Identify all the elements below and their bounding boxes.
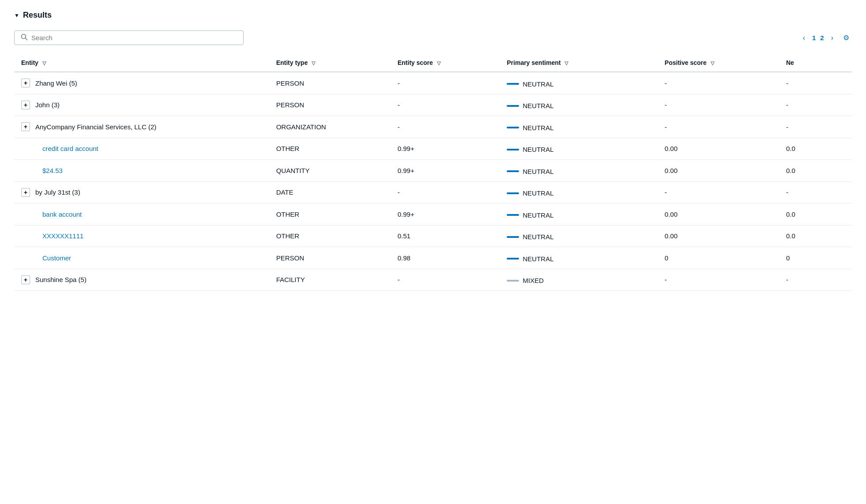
sentiment-label: NEUTRAL <box>523 168 553 175</box>
entity-type-sort-icon: ▽ <box>312 60 315 66</box>
entity-cell: bank account <box>14 203 269 226</box>
mixed-sentiment-bar <box>507 280 519 282</box>
negative-score-cell: - <box>779 116 852 138</box>
expand-button[interactable]: + <box>21 79 30 87</box>
search-icon <box>21 34 28 42</box>
entity-cell: XXXXXX1111 <box>14 225 269 247</box>
entity-cell: +John (3) <box>14 94 269 116</box>
entity-link[interactable]: XXXXXX1111 <box>42 232 83 240</box>
entity-sort-icon: ▽ <box>42 60 46 66</box>
entity-score-cell: 0.99+ <box>391 138 500 160</box>
positive-score-cell: 0.00 <box>658 160 779 182</box>
table-row: +AnyCompany Financial Services, LLC (2)O… <box>14 116 852 138</box>
table-row: +Zhang Wei (5)PERSON-NEUTRAL-- <box>14 72 852 94</box>
entity-type-cell: FACILITY <box>269 269 391 291</box>
negative-score-cell: 0.0 <box>779 138 852 160</box>
table-row: credit card accountOTHER0.99+NEUTRAL0.00… <box>14 138 852 160</box>
primary-sentiment-cell: MIXED <box>500 269 658 291</box>
negative-score-cell: 0 <box>779 247 852 269</box>
positive-score-cell: - <box>658 72 779 94</box>
negative-score-cell: - <box>779 72 852 94</box>
entity-link[interactable]: Customer <box>42 254 71 262</box>
entity-cell: Customer <box>14 247 269 269</box>
table-row: CustomerPERSON0.98NEUTRAL00 <box>14 247 852 269</box>
results-header: ▼ Results <box>14 11 852 20</box>
primary-sentiment-cell: NEUTRAL <box>500 116 658 138</box>
negative-score-cell: - <box>779 181 852 203</box>
entity-link[interactable]: $24.53 <box>42 167 63 174</box>
entity-score-cell: - <box>391 94 500 116</box>
results-title: Results <box>23 11 52 20</box>
page-2-button[interactable]: 2 <box>820 34 824 41</box>
sentiment-label: NEUTRAL <box>523 233 553 241</box>
search-input[interactable] <box>31 34 237 41</box>
prev-page-button[interactable]: ‹ <box>800 32 808 44</box>
sentiment-label: MIXED <box>523 277 544 284</box>
table-header-row: Entity ▽ Entity type ▽ Entity score ▽ Pr… <box>14 54 852 72</box>
table-row: XXXXXX1111OTHER0.51NEUTRAL0.000.0 <box>14 225 852 247</box>
neutral-sentiment-bar <box>507 105 519 107</box>
primary-sentiment-cell: NEUTRAL <box>500 160 658 182</box>
expand-button[interactable]: + <box>21 101 30 109</box>
entity-link[interactable]: credit card account <box>42 145 98 152</box>
settings-button[interactable]: ⚙ <box>840 32 852 44</box>
negative-score-cell: 0.0 <box>779 160 852 182</box>
entity-name: Zhang Wei (5) <box>35 79 77 87</box>
table-row: $24.53QUANTITY0.99+NEUTRAL0.000.0 <box>14 160 852 182</box>
entity-type-cell: DATE <box>269 181 391 203</box>
primary-sentiment-cell: NEUTRAL <box>500 225 658 247</box>
expand-button[interactable]: + <box>21 122 30 131</box>
table-row: bank accountOTHER0.99+NEUTRAL0.000.0 <box>14 203 852 226</box>
sentiment-label: NEUTRAL <box>523 80 553 88</box>
neutral-sentiment-bar <box>507 236 519 238</box>
table-row: +John (3)PERSON-NEUTRAL-- <box>14 94 852 116</box>
neutral-sentiment-bar <box>507 192 519 194</box>
expand-button[interactable]: + <box>21 188 30 197</box>
primary-sentiment-cell: NEUTRAL <box>500 72 658 94</box>
primary-sentiment-cell: NEUTRAL <box>500 138 658 160</box>
pagination: ‹ 1 2 › ⚙ <box>800 32 852 44</box>
collapse-icon[interactable]: ▼ <box>14 12 19 19</box>
entity-score-column-header[interactable]: Entity score ▽ <box>391 54 500 72</box>
results-table: Entity ▽ Entity type ▽ Entity score ▽ Pr… <box>14 54 852 291</box>
next-page-button[interactable]: › <box>828 32 836 44</box>
entity-name: Sunshine Spa (5) <box>35 276 87 283</box>
entity-type-cell: PERSON <box>269 94 391 116</box>
toolbar: ‹ 1 2 › ⚙ <box>14 30 852 45</box>
entity-type-cell: OTHER <box>269 203 391 226</box>
sentiment-label: NEUTRAL <box>523 255 553 263</box>
entity-column-header[interactable]: Entity ▽ <box>14 54 269 72</box>
svg-line-1 <box>26 38 27 40</box>
positive-score-cell: 0.00 <box>658 203 779 226</box>
entity-type-cell: OTHER <box>269 138 391 160</box>
positive-score-cell: 0 <box>658 247 779 269</box>
table-row: +Sunshine Spa (5)FACILITY-MIXED-- <box>14 269 852 291</box>
primary-sentiment-cell: NEUTRAL <box>500 94 658 116</box>
neutral-sentiment-bar <box>507 83 519 85</box>
entity-type-column-header[interactable]: Entity type ▽ <box>269 54 391 72</box>
entity-link[interactable]: bank account <box>42 211 82 218</box>
expand-button[interactable]: + <box>21 275 30 284</box>
sentiment-label: NEUTRAL <box>523 211 553 219</box>
neutral-sentiment-bar <box>507 149 519 150</box>
negative-score-cell: - <box>779 269 852 291</box>
entity-score-cell: - <box>391 72 500 94</box>
entity-cell: +by July 31st (3) <box>14 181 269 203</box>
entity-score-cell: 0.99+ <box>391 203 500 226</box>
positive-score-cell: - <box>658 181 779 203</box>
positive-score-sort-icon: ▽ <box>711 60 714 66</box>
entity-score-cell: 0.51 <box>391 225 500 247</box>
positive-score-column-header[interactable]: Positive score ▽ <box>658 54 779 72</box>
primary-sentiment-column-header[interactable]: Primary sentiment ▽ <box>500 54 658 72</box>
sentiment-label: NEUTRAL <box>523 189 553 197</box>
entity-type-cell: QUANTITY <box>269 160 391 182</box>
entity-type-cell: ORGANIZATION <box>269 116 391 138</box>
page-1-button[interactable]: 1 <box>812 34 816 41</box>
negative-score-cell: 0.0 <box>779 203 852 226</box>
entity-name: AnyCompany Financial Services, LLC (2) <box>35 123 156 131</box>
positive-score-cell: 0.00 <box>658 225 779 247</box>
positive-score-cell: 0.00 <box>658 138 779 160</box>
entity-score-cell: - <box>391 116 500 138</box>
sentiment-label: NEUTRAL <box>523 146 553 153</box>
primary-sentiment-cell: NEUTRAL <box>500 247 658 269</box>
